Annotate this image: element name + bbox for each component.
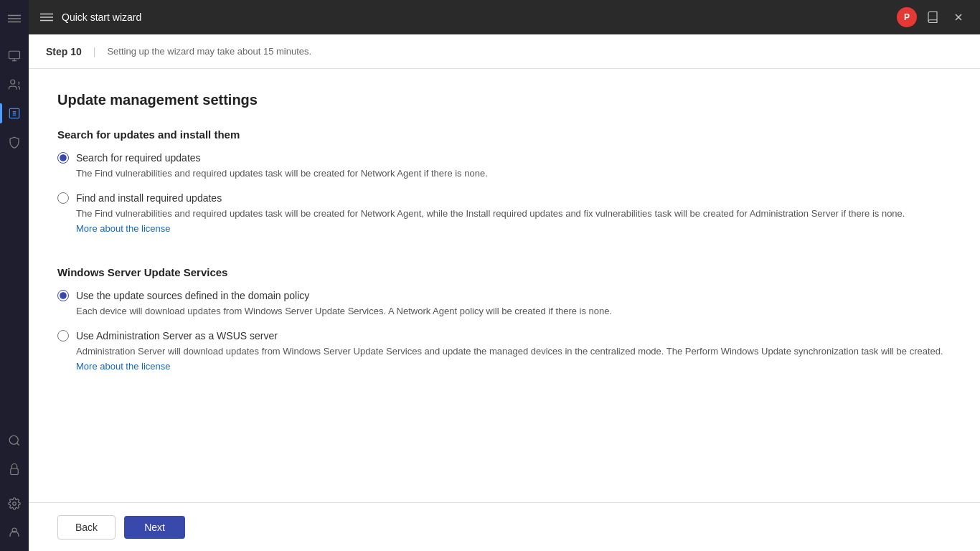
page-title: Update management settings — [57, 92, 951, 108]
section2-title: Windows Server Update Services — [57, 266, 951, 278]
svg-rect-3 — [9, 51, 20, 59]
option-find-install-label[interactable]: Find and install required updates — [57, 192, 951, 204]
sidebar — [0, 0, 29, 551]
radio-find-install[interactable] — [57, 192, 69, 204]
section2-license-link[interactable]: More about the license — [76, 361, 171, 372]
svg-rect-1 — [8, 18, 21, 19]
option-search-required-label[interactable]: Search for required updates — [57, 152, 951, 164]
option-search-required-desc: The Find vulnerabilities and required up… — [76, 166, 951, 181]
svg-point-14 — [13, 502, 17, 506]
step-description: Setting up the wizard may take about 15 … — [107, 46, 311, 57]
option-find-install-text: Find and install required updates — [76, 192, 222, 204]
sidebar-item-users[interactable] — [1, 72, 27, 98]
step-bar: Step 10 | Setting up the wizard may take… — [29, 34, 980, 69]
radio-search-required[interactable] — [57, 152, 69, 164]
option-find-install: Find and install required updates The Fi… — [57, 192, 951, 235]
next-button[interactable]: Next — [124, 516, 185, 539]
main-area: Quick start wizard P Step 10 | Setting u… — [29, 0, 980, 551]
content-area: Update management settings Search for up… — [29, 69, 980, 502]
sidebar-menu-toggle[interactable] — [1, 6, 27, 32]
topbar-actions: P — [897, 7, 969, 27]
svg-rect-0 — [8, 15, 21, 17]
svg-rect-18 — [40, 20, 53, 22]
section1-license-link[interactable]: More about the license — [76, 223, 171, 234]
topbar: Quick start wizard P — [29, 0, 980, 34]
option-domain-policy-label[interactable]: Use the update sources defined in the do… — [57, 290, 951, 301]
svg-rect-13 — [11, 468, 19, 474]
svg-point-11 — [9, 435, 18, 444]
option-wsus-server-label[interactable]: Use Administration Server as a WSUS serv… — [57, 330, 951, 342]
topbar-title: Quick start wizard — [62, 11, 888, 23]
svg-point-6 — [11, 80, 15, 84]
sidebar-item-lock[interactable] — [1, 456, 27, 482]
step-divider: | — [93, 46, 96, 57]
sidebar-item-person[interactable] — [1, 519, 27, 545]
svg-rect-17 — [40, 17, 53, 18]
option-domain-policy-desc: Each device will download updates from W… — [76, 304, 951, 319]
option-search-required: Search for required updates The Find vul… — [57, 152, 951, 181]
section1-title: Search for updates and install them — [57, 128, 951, 141]
option-domain-policy-text: Use the update sources defined in the do… — [76, 290, 309, 301]
svg-rect-16 — [40, 14, 53, 15]
back-button[interactable]: Back — [57, 515, 116, 540]
sidebar-item-monitor[interactable] — [1, 43, 27, 69]
topbar-menu-icon[interactable] — [40, 11, 53, 24]
option-wsus-server-desc: Administration Server will download upda… — [76, 344, 951, 359]
topbar-close-icon[interactable] — [948, 7, 969, 27]
sidebar-item-settings[interactable] — [1, 491, 27, 517]
option-wsus-server-text: Use Administration Server as a WSUS serv… — [76, 330, 278, 342]
section-wsus: Windows Server Update Services Use the u… — [57, 266, 951, 384]
option-domain-policy: Use the update sources defined in the do… — [57, 290, 951, 319]
topbar-avatar[interactable]: P — [897, 7, 917, 27]
radio-domain-policy[interactable] — [57, 290, 69, 301]
option-search-required-text: Search for required updates — [76, 152, 201, 164]
option-wsus-server: Use Administration Server as a WSUS serv… — [57, 330, 951, 373]
sidebar-item-shield[interactable] — [1, 129, 27, 155]
svg-line-12 — [17, 443, 19, 445]
option-find-install-desc: The Find vulnerabilities and required up… — [76, 207, 951, 221]
svg-rect-2 — [8, 22, 21, 23]
section-search-updates: Search for updates and install them Sear… — [57, 128, 951, 246]
sidebar-item-search[interactable] — [1, 428, 27, 453]
sidebar-item-list[interactable] — [1, 100, 27, 126]
topbar-book-icon[interactable] — [923, 7, 943, 27]
radio-wsus-server[interactable] — [57, 330, 69, 342]
step-label: Step 10 — [46, 46, 82, 57]
footer: Back Next — [29, 502, 980, 551]
